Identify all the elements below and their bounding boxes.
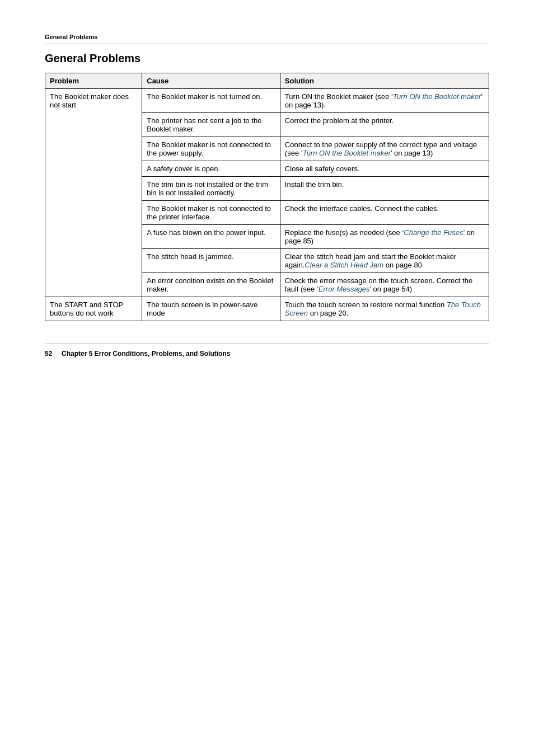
cause-cell: The Booklet maker is not turned on. <box>142 89 280 113</box>
general-problems-table: Problem Cause Solution The Booklet maker… <box>45 73 489 321</box>
page: General Problems General Problems Proble… <box>0 0 534 756</box>
cause-cell: A fuse has blown on the power input. <box>142 225 280 249</box>
solution-cell: Clear the stitch head jam and start the … <box>280 249 489 273</box>
stitch-head-link[interactable]: Clear a Stitch Head Jam <box>305 261 383 269</box>
solution-cell: Turn ON the Booklet maker (see ‘Turn ON … <box>280 89 489 113</box>
cause-cell: The stitch head is jammed. <box>142 249 280 273</box>
table-row: The START and STOP buttons do not work T… <box>45 297 489 321</box>
cause-cell: The touch screen is in power-save mode <box>142 297 280 321</box>
cause-cell: A safety cover is open. <box>142 161 280 177</box>
footer-chapter: Chapter 5 Error Conditions, Problems, an… <box>62 350 230 358</box>
table-row: The Booklet maker does not start The Boo… <box>45 89 489 113</box>
solution-cell: Close all safety covers. <box>280 161 489 177</box>
problem-cell: The START and STOP buttons do not work <box>45 297 142 321</box>
solution-cell: Check the interface cables. Connect the … <box>280 201 489 225</box>
turn-on-booklet-link[interactable]: Turn ON the Booklet maker <box>393 92 481 101</box>
problem-cell: The Booklet maker does not start <box>45 89 142 297</box>
solution-cell: Touch the touch screen to restore normal… <box>280 297 489 321</box>
cause-cell: The Booklet maker is not connected to th… <box>142 137 280 161</box>
touch-screen-link[interactable]: The Touch Screen <box>285 300 481 317</box>
turn-on-booklet-link-2[interactable]: Turn ON the Booklet maker <box>303 149 391 157</box>
solution-cell: Replace the fuse(s) as needed (see ‘Chan… <box>280 225 489 249</box>
col-header-problem: Problem <box>45 73 142 89</box>
cause-cell: The printer has not sent a job to the Bo… <box>142 113 280 137</box>
top-rule <box>45 44 489 44</box>
solution-cell: Check the error message on the touch scr… <box>280 273 489 297</box>
solution-cell: Correct the problem at the printer. <box>280 113 489 137</box>
section-title: General Problems <box>45 52 489 65</box>
cause-cell: The trim bin is not installed or the tri… <box>142 177 280 201</box>
footer-rule <box>45 344 489 344</box>
col-header-solution: Solution <box>280 73 489 89</box>
change-fuses-link[interactable]: Change the Fuses <box>404 228 463 237</box>
col-header-cause: Cause <box>142 73 280 89</box>
footer-text: 52 Chapter 5 Error Conditions, Problems,… <box>45 350 489 358</box>
cause-cell: The Booklet maker is not connected to th… <box>142 201 280 225</box>
footer-page-number: 52 <box>45 350 52 358</box>
error-messages-link[interactable]: Error Messages <box>318 285 370 293</box>
cause-cell: An error condition exists on the Booklet… <box>142 273 280 297</box>
breadcrumb: General Problems <box>45 34 489 40</box>
solution-cell: Connect to the power supply of the corre… <box>280 137 489 161</box>
solution-cell: Install the trim bin. <box>280 177 489 201</box>
